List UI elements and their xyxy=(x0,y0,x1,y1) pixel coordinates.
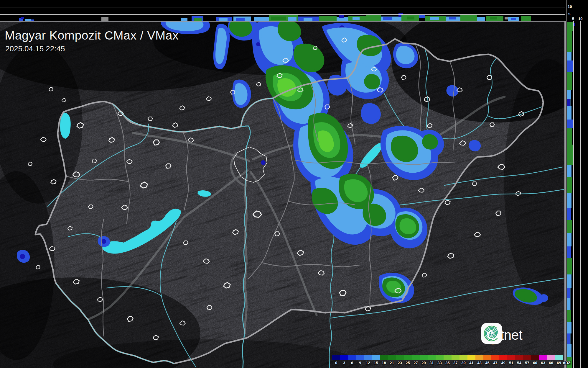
dbz-scale-tick-label: 31 xyxy=(429,361,434,365)
right-strip-label-5km: 5 xyxy=(572,17,574,21)
dbz-scale-swatch xyxy=(332,355,340,360)
dbz-scale-tick: 51 xyxy=(507,355,515,365)
dbz-scale-tick-label: 0 xyxy=(335,361,337,365)
dbz-scale-swatch xyxy=(539,355,547,360)
page-title: Magyar Kompozit CMax / VMax xyxy=(5,29,179,42)
dbz-scale-tick: 49 xyxy=(499,355,507,365)
dbz-scale-tick-label: 63 xyxy=(541,361,545,365)
dbz-scale-swatch xyxy=(452,355,459,360)
dbz-scale-tick-label: 66 xyxy=(549,361,553,365)
dbz-scale-swatch xyxy=(507,355,515,360)
dbz-scale-swatch xyxy=(396,355,404,360)
dbz-unit-label: dBZ xyxy=(563,361,570,365)
dbz-scale-tick: 25 xyxy=(404,355,412,365)
dbz-scale-tick-label: 27 xyxy=(414,361,418,365)
dbz-scale-swatch xyxy=(491,355,499,360)
top-profile-strip xyxy=(0,0,565,21)
radar-map-canvas xyxy=(0,0,588,368)
dbz-scale-swatch xyxy=(547,355,555,360)
dbz-scale-swatch xyxy=(515,355,523,360)
swirl-app-icon xyxy=(481,323,502,344)
dbz-scale-tick: 69 xyxy=(555,355,563,365)
dbz-scale-tick: 21 xyxy=(388,355,396,365)
dbz-scale-swatch xyxy=(340,355,348,360)
dbz-scale-tick: 15 xyxy=(372,355,380,365)
dbz-scale-tick: 0 xyxy=(332,355,340,365)
dbz-scale-swatch xyxy=(483,355,491,360)
radar-composite-screen: Magyar Kompozit CMax / VMax 2025.04.15 2… xyxy=(0,0,588,368)
dbz-scale-tick-label: 57 xyxy=(525,361,529,365)
dbz-scale-swatch xyxy=(364,355,372,360)
dbz-scale-swatch xyxy=(412,355,420,360)
dbz-scale-swatch xyxy=(420,355,428,360)
dbz-scale-tick-label: 69 xyxy=(557,361,561,365)
dbz-scale-unit: dBZ xyxy=(563,355,573,365)
dbz-scale-tick-label: 60 xyxy=(533,361,537,365)
dbz-scale-tick: 63 xyxy=(539,355,547,365)
dbz-scale-tick: 27 xyxy=(412,355,420,365)
dbz-scale-tick-label: 45 xyxy=(485,361,489,365)
dbz-scale-tick: 33 xyxy=(436,355,444,365)
dbz-scale-swatch xyxy=(523,355,531,360)
dbz-scale-swatch xyxy=(388,355,396,360)
dbz-scale-tick-label: 43 xyxy=(477,361,481,365)
dbz-scale-swatch xyxy=(372,355,380,360)
dbz-scale-tick-label: 15 xyxy=(374,361,378,365)
dbz-scale-swatch xyxy=(348,355,356,360)
dbz-scale-swatch xyxy=(428,355,436,360)
dbz-scale-tick-label: 54 xyxy=(517,361,521,365)
right-profile-strip xyxy=(566,0,588,368)
dbz-scale-tick-label: 33 xyxy=(437,361,442,365)
top-strip-label-5km: 5 xyxy=(568,12,570,16)
dbz-scale-swatch xyxy=(555,355,563,360)
dbz-scale-tick: 47 xyxy=(491,355,499,365)
dbz-color-scale: 0369121518212325272931333537394143454749… xyxy=(332,355,573,365)
dbz-scale-swatch xyxy=(436,355,444,360)
dbz-scale-tick-label: 49 xyxy=(501,361,505,365)
dbz-scale-tick-label: 37 xyxy=(453,361,457,365)
dbz-scale-tick: 12 xyxy=(364,355,372,365)
dbz-scale-swatch xyxy=(459,355,467,360)
dbz-scale-tick: 37 xyxy=(452,355,459,365)
dbz-scale-tick-label: 51 xyxy=(509,361,513,365)
dbz-scale-tick-label: 6 xyxy=(351,361,353,365)
dbz-scale-tick-label: 18 xyxy=(382,361,386,365)
dbz-scale-tick: 54 xyxy=(515,355,523,365)
dbz-scale-tick-label: 23 xyxy=(398,361,402,365)
dbz-scale-swatch xyxy=(467,355,475,360)
dbz-scale-tick: 31 xyxy=(428,355,436,365)
dbz-scale-tick: 43 xyxy=(475,355,483,365)
dbz-scale-tick-label: 29 xyxy=(421,361,426,365)
dbz-scale-tick: 57 xyxy=(523,355,531,365)
dbz-scale-tick-label: 3 xyxy=(343,361,345,365)
dbz-scale-tick-label: 21 xyxy=(390,361,394,365)
dbz-scale-tick: 3 xyxy=(340,355,348,365)
dbz-scale-tick-label: 12 xyxy=(366,361,370,365)
dbz-scale-swatch xyxy=(356,355,364,360)
dbz-scale-swatch xyxy=(499,355,507,360)
dbz-scale-tick-label: 35 xyxy=(445,361,449,365)
dbz-scale-tick-label: 47 xyxy=(493,361,497,365)
dbz-scale-tick: 66 xyxy=(547,355,555,365)
dbz-scale-tick: 45 xyxy=(483,355,491,365)
dbz-scale-tick: 23 xyxy=(396,355,404,365)
dbz-scale-tick: 18 xyxy=(380,355,388,365)
dbz-scale-tick-label: 25 xyxy=(406,361,410,365)
dbz-scale-tick: 60 xyxy=(531,355,539,365)
dbz-scale-swatch xyxy=(475,355,483,360)
dbz-scale-tick: 39 xyxy=(459,355,467,365)
timestamp: 2025.04.15 22:45 xyxy=(5,44,65,53)
right-strip-label-10km: 10 xyxy=(578,17,582,21)
dbz-scale-swatch xyxy=(444,355,452,360)
dbz-scale-swatch xyxy=(404,355,412,360)
dbz-scale-tick: 6 xyxy=(348,355,356,365)
dbz-scale-tick: 35 xyxy=(444,355,452,365)
metnet-logo: metnet xyxy=(481,323,525,346)
dbz-scale-tick: 29 xyxy=(420,355,428,365)
dbz-scale-tick: 9 xyxy=(356,355,364,365)
dbz-scale-tick-label: 9 xyxy=(359,361,361,365)
dbz-scale-tick-label: 39 xyxy=(461,361,465,365)
dbz-scale-swatch xyxy=(380,355,388,360)
dbz-scale-swatch xyxy=(531,355,539,360)
top-strip-label-10km: 10 xyxy=(568,5,572,9)
